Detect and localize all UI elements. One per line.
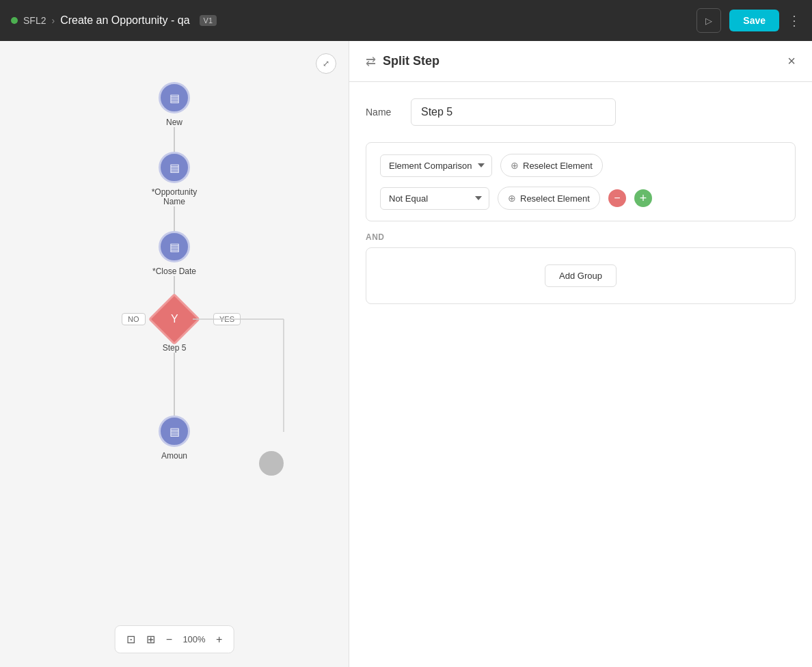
node-opportunity-label: *Opportunity Name [144,187,205,206]
flow-canvas[interactable]: ⤢ ▤ New ▤ *Opportunity Name [0,41,349,667]
reselect-label-2: Reselect Element [520,193,590,204]
zoom-level: 100% [180,634,208,644]
node-step5[interactable]: Y YES NO [156,301,193,338]
node-new-label: New [166,118,182,127]
minus-icon: − [614,193,620,204]
node-opportunity-icon: ▤ [170,161,180,174]
yes-endpoint [259,451,284,476]
breadcrumb-chevron: › [51,15,55,26]
zoom-out-icon: − [166,634,172,645]
add-group-button[interactable]: Add Group [545,264,617,287]
canvas-toolbar: ⊡ ⊞ − 100% + [115,625,234,653]
header-right: ▷ Save ⋮ [696,8,801,33]
condition-row-1: Element Comparison ⊕ Reselect Element [380,154,781,177]
status-dot [11,17,18,24]
panel-title: Split Step [383,54,439,68]
node-close-date-label: *Close Date [152,267,196,276]
play-button[interactable]: ▷ [696,8,721,33]
panel-title-row: ⇄ Split Step [366,54,439,69]
node-new[interactable]: ▤ New [159,82,190,127]
reselect-element-button-1[interactable]: ⊕ Reselect Element [500,154,603,177]
and-label: AND [366,232,796,242]
reselect-icon-2: ⊕ [508,193,516,204]
node-close-date-icon: ▤ [170,241,180,254]
fit-icon: ⊡ [126,634,135,645]
connector-2 [174,206,175,231]
node-step5-label: Step 5 [163,343,187,353]
gray-circle-node [259,451,284,476]
condition-type-select-1[interactable]: Element Comparison [380,154,492,177]
split-step-panel: ⇄ Split Step × Name Element Comparison [349,41,812,667]
node-opportunity-name[interactable]: ▤ *Opportunity Name [144,152,205,206]
reselect-label-1: Reselect Element [523,161,593,171]
collapse-icon: ⤢ [323,59,329,68]
yes-branch-svg [174,319,311,456]
fit-button[interactable]: ⊡ [124,630,138,649]
yes-label: YES [213,313,241,325]
node-new-icon: ▤ [170,92,180,105]
node-amount-circle: ▤ [159,416,190,447]
map-icon: ⊞ [146,634,155,645]
condition-block: Element Comparison ⊕ Reselect Element No… [366,142,796,221]
reselect-element-button-2[interactable]: ⊕ Reselect Element [498,187,600,210]
name-field-row: Name [366,98,796,126]
version-badge: V1 [200,15,217,26]
panel-header: ⇄ Split Step × [349,41,812,82]
step5-diamond-icon: Y [171,313,178,325]
zoom-in-icon: + [216,634,222,645]
node-gray-row [174,384,175,416]
map-button[interactable]: ⊞ [144,630,158,649]
condition-row-2: Not Equal ⊕ Reselect Element − + [380,187,781,210]
name-input[interactable] [411,98,616,126]
node-new-circle: ▤ [159,82,190,113]
condition-type-select-2[interactable]: Not Equal [380,187,489,210]
node-amount-icon: ▤ [170,425,180,438]
play-icon: ▷ [705,16,712,26]
flow-container: ▤ New ▤ *Opportunity Name ▤ *Close Date [144,82,205,461]
no-label: NO [122,313,146,325]
remove-condition-button[interactable]: − [608,189,626,207]
node-amount[interactable]: ▤ Amoun [159,416,190,461]
zoom-out-button[interactable]: − [163,631,175,649]
node-close-date-circle: ▤ [159,231,190,262]
close-panel-button[interactable]: × [787,53,796,69]
connector-4 [174,384,175,416]
connector-1 [174,127,175,152]
node-opportunity-circle: ▤ [159,152,190,183]
plus-icon: + [640,192,647,204]
name-label: Name [366,107,400,118]
header-left: SFL2 › Create an Opportunity - qa V1 [11,14,217,27]
reselect-icon-1: ⊕ [511,160,519,171]
page-title: Create an Opportunity - qa [60,14,189,27]
node-step5-container: Y YES NO Step 5 [156,301,193,384]
node-amount-label: Amoun [161,451,187,461]
collapse-button[interactable]: ⤢ [316,53,336,74]
zoom-in-button[interactable]: + [213,631,225,649]
main-layout: ⤢ ▤ New ▤ *Opportunity Name [0,41,812,667]
more-options-button[interactable]: ⋮ [787,12,801,29]
sfl-label: SFL2 [23,15,46,26]
panel-body: Name Element Comparison ⊕ Reselect Eleme… [349,82,812,667]
add-group-block: Add Group [366,247,796,304]
connector-no [174,353,175,384]
save-button[interactable]: Save [729,10,779,31]
step5-diamond: Y [148,293,200,345]
node-close-date[interactable]: ▤ *Close Date [152,231,196,276]
app-header: SFL2 › Create an Opportunity - qa V1 ▷ S… [0,0,812,41]
add-condition-button[interactable]: + [634,189,652,207]
split-step-icon: ⇄ [366,54,376,69]
